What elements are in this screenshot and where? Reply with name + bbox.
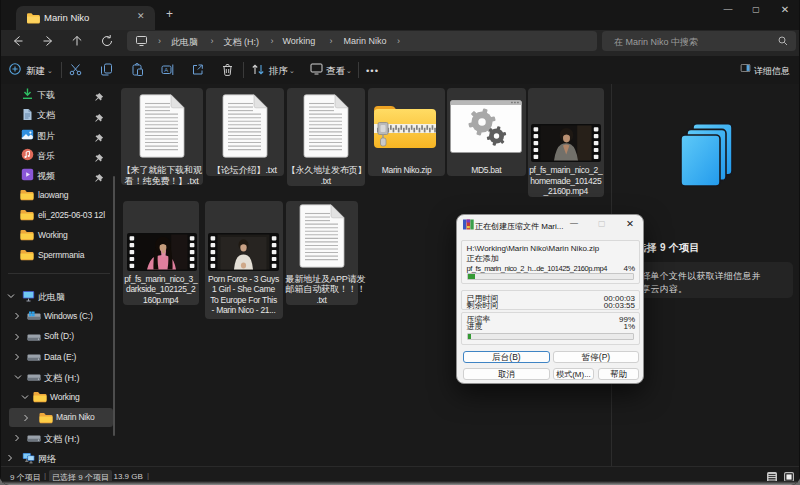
svg-text:A: A (164, 67, 168, 73)
